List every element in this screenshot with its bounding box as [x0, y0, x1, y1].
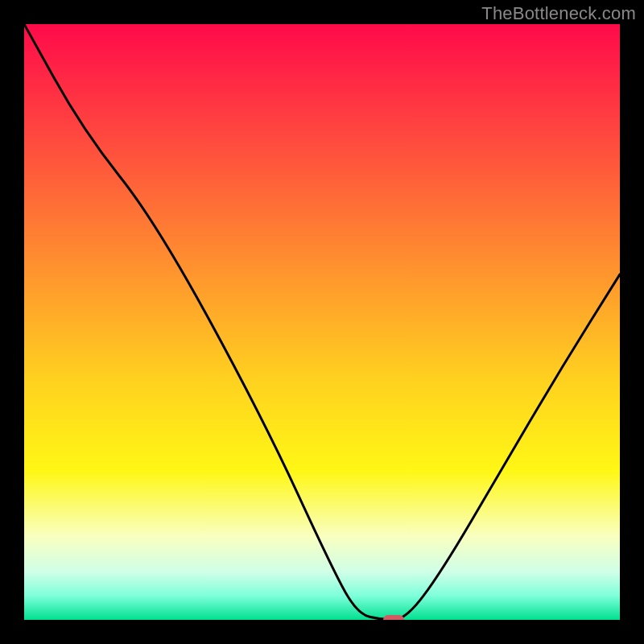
chart-frame: TheBottleneck.com: [0, 0, 644, 644]
plot-area: [24, 24, 620, 620]
optimal-point-marker: [383, 615, 404, 620]
watermark-text: TheBottleneck.com: [481, 3, 636, 24]
bottleneck-curve: [24, 24, 620, 620]
